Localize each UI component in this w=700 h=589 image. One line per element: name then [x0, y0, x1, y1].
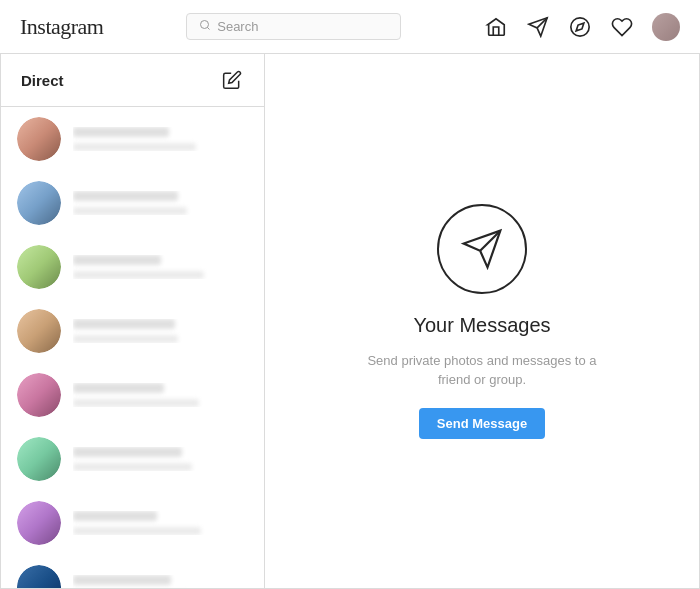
conv-avatar	[17, 181, 61, 225]
search-bar[interactable]	[186, 13, 401, 40]
conv-name	[73, 511, 157, 521]
conv-name	[73, 383, 164, 393]
conv-info	[73, 447, 248, 471]
sidebar: Direct	[1, 54, 265, 588]
direct-nav-icon[interactable]	[526, 15, 550, 39]
compass-icon[interactable]	[568, 15, 592, 39]
search-icon	[199, 19, 211, 34]
conv-preview	[73, 463, 192, 471]
conv-avatar	[17, 565, 61, 588]
compose-icon[interactable]	[220, 68, 244, 92]
conversation-item[interactable]	[1, 235, 264, 299]
svg-point-4	[571, 17, 589, 35]
conv-info	[73, 383, 248, 407]
conv-preview	[73, 143, 196, 151]
home-icon[interactable]	[484, 15, 508, 39]
messages-title: Your Messages	[413, 314, 550, 337]
conv-preview	[73, 399, 199, 407]
conv-name	[73, 319, 175, 329]
conv-avatar	[17, 245, 61, 289]
instagram-logo[interactable]: Instagram	[20, 14, 103, 40]
conv-avatar	[17, 117, 61, 161]
conv-info	[73, 511, 248, 535]
heart-icon[interactable]	[610, 15, 634, 39]
messages-subtitle: Send private photos and messages to a fr…	[367, 351, 597, 390]
profile-avatar[interactable]	[652, 13, 680, 41]
nav-icons	[484, 13, 680, 41]
conv-info	[73, 191, 248, 215]
conv-info	[73, 575, 248, 588]
conv-info	[73, 127, 248, 151]
conversation-item[interactable]	[1, 491, 264, 555]
conv-avatar	[17, 373, 61, 417]
conversation-item[interactable]	[1, 555, 264, 588]
right-panel: Your Messages Send private photos and me…	[265, 54, 699, 588]
conv-name	[73, 447, 182, 457]
send-message-button[interactable]: Send Message	[419, 408, 545, 439]
conv-name	[73, 127, 169, 137]
search-input[interactable]	[217, 19, 388, 34]
svg-point-0	[201, 21, 209, 29]
nav-bar: Instagram	[0, 0, 700, 54]
sidebar-header: Direct	[1, 54, 264, 107]
conv-preview	[73, 271, 204, 279]
conv-info	[73, 255, 248, 279]
conv-preview	[73, 527, 201, 535]
main-container: Direct	[0, 54, 700, 589]
conversation-item[interactable]	[1, 299, 264, 363]
messages-empty-state: Your Messages Send private photos and me…	[367, 204, 597, 439]
svg-line-1	[208, 27, 210, 29]
conv-avatar	[17, 437, 61, 481]
conversation-item[interactable]	[1, 171, 264, 235]
conversations-list[interactable]	[1, 107, 264, 588]
conv-name	[73, 191, 178, 201]
messages-circle-icon	[437, 204, 527, 294]
sidebar-title: Direct	[21, 72, 64, 89]
conversation-item[interactable]	[1, 107, 264, 171]
conversation-item[interactable]	[1, 427, 264, 491]
conv-preview	[73, 335, 178, 343]
conv-name	[73, 575, 171, 585]
conversation-item[interactable]	[1, 363, 264, 427]
svg-marker-5	[576, 23, 584, 31]
conv-info	[73, 319, 248, 343]
conv-avatar	[17, 309, 61, 353]
conv-preview	[73, 207, 187, 215]
conv-name	[73, 255, 161, 265]
conv-avatar	[17, 501, 61, 545]
